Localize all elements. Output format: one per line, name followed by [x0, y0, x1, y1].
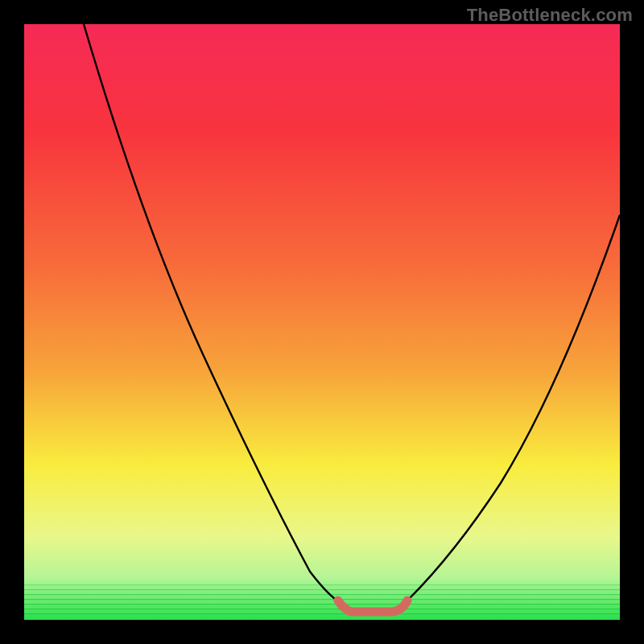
watermark-text: TheBottleneck.com: [467, 5, 633, 26]
chart-container: TheBottleneck.com: [0, 0, 644, 644]
right-branch-curve: [406, 215, 620, 602]
left-branch-curve: [84, 24, 340, 602]
curve-layer: [24, 24, 620, 620]
plot-area: [24, 24, 620, 620]
valley-highlight: [338, 601, 407, 612]
